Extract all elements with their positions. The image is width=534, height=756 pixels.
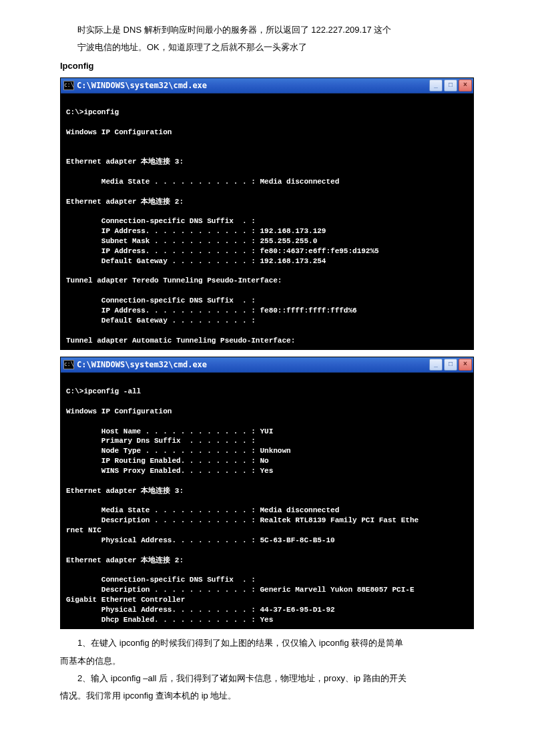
window-buttons: _ □ × <box>429 359 472 371</box>
close-button[interactable]: × <box>459 79 472 91</box>
window-buttons: _ □ × <box>429 79 472 91</box>
intro-line2: 宁波电信的地址。OK，知道原理了之后就不那么一头雾水了 <box>60 40 474 55</box>
terminal-output-ipconfig: C:\>ipconfig Windows IP Configuration Et… <box>61 93 473 349</box>
window-title: C:\WINDOWS\system32\cmd.exe <box>77 358 429 371</box>
outro-line2: 而基本的信息。 <box>60 654 474 669</box>
titlebar: c:\ C:\WINDOWS\system32\cmd.exe _ □ × <box>61 357 473 373</box>
window-title: C:\WINDOWS\system32\cmd.exe <box>77 79 429 92</box>
minimize-button[interactable]: _ <box>429 79 443 91</box>
outro-line3: 2、输入 ipconfig –all 后，我们得到了诸如网卡信息，物理地址，pr… <box>60 671 474 686</box>
document-page: 时实际上是 DNS 解析到响应时间最小的服务器，所以返回了 122.227.20… <box>0 0 534 733</box>
terminal-output-ipconfig-all: C:\>ipconfig -all Windows IP Configurati… <box>61 373 473 628</box>
intro-line1: 时实际上是 DNS 解析到响应时间最小的服务器，所以返回了 122.227.20… <box>60 23 474 37</box>
cmd-window-ipconfig: c:\ C:\WINDOWS\system32\cmd.exe _ □ × C:… <box>60 77 474 350</box>
outro-line4: 情况。我们常用 ipconfig 查询本机的 ip 地址。 <box>60 689 474 703</box>
maximize-button[interactable]: □ <box>444 359 457 371</box>
cmd-icon: c:\ <box>63 360 74 369</box>
close-button[interactable]: × <box>459 359 472 371</box>
outro-line1: 1、在键入 ipconfig 的时候我们得到了如上图的结果，仅仅输入 ipcon… <box>60 636 474 650</box>
minimize-button[interactable]: _ <box>429 359 443 371</box>
cmd-window-ipconfig-all: c:\ C:\WINDOWS\system32\cmd.exe _ □ × C:… <box>60 357 474 629</box>
cmd-icon: c:\ <box>63 81 74 90</box>
maximize-button[interactable]: □ <box>444 79 457 91</box>
section-title-ipconfig: Ipconfig <box>60 59 474 73</box>
titlebar: c:\ C:\WINDOWS\system32\cmd.exe _ □ × <box>61 78 473 93</box>
